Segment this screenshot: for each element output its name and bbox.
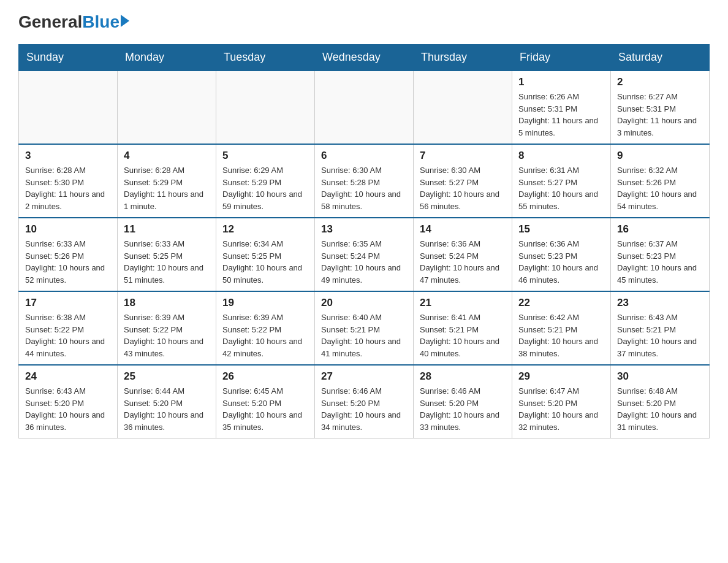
calendar-cell (19, 71, 118, 144)
weekday-header-sunday: Sunday (19, 45, 118, 71)
day-info: Sunrise: 6:32 AMSunset: 5:26 PMDaylight:… (617, 164, 703, 212)
day-info: Sunrise: 6:36 AMSunset: 5:23 PMDaylight:… (518, 238, 604, 286)
calendar-cell (118, 71, 216, 144)
day-info: Sunrise: 6:36 AMSunset: 5:24 PMDaylight:… (420, 238, 506, 286)
weekday-header-friday: Friday (512, 45, 611, 71)
logo-general: General (18, 12, 82, 32)
day-info: Sunrise: 6:30 AMSunset: 5:27 PMDaylight:… (420, 164, 506, 212)
logo-arrow-icon (121, 15, 129, 27)
week-row-1: 1Sunrise: 6:26 AMSunset: 5:31 PMDaylight… (19, 71, 710, 144)
day-number: 27 (321, 370, 407, 383)
day-number: 19 (222, 297, 308, 309)
weekday-header-saturday: Saturday (611, 45, 710, 71)
day-info: Sunrise: 6:33 AMSunset: 5:25 PMDaylight:… (124, 238, 210, 286)
calendar-table: SundayMondayTuesdayWednesdayThursdayFrid… (18, 44, 710, 439)
day-number: 7 (420, 150, 506, 162)
day-info: Sunrise: 6:37 AMSunset: 5:23 PMDaylight:… (617, 238, 703, 286)
calendar-cell: 4Sunrise: 6:28 AMSunset: 5:29 PMDaylight… (118, 144, 216, 218)
calendar-cell (216, 71, 315, 144)
calendar-cell: 16Sunrise: 6:37 AMSunset: 5:23 PMDayligh… (611, 218, 710, 291)
week-row-2: 3Sunrise: 6:28 AMSunset: 5:30 PMDaylight… (19, 144, 710, 218)
week-row-3: 10Sunrise: 6:33 AMSunset: 5:26 PMDayligh… (19, 218, 710, 291)
calendar-cell: 11Sunrise: 6:33 AMSunset: 5:25 PMDayligh… (118, 218, 216, 291)
day-info: Sunrise: 6:39 AMSunset: 5:22 PMDaylight:… (222, 312, 308, 359)
page-header: General Blue Blue (18, 12, 710, 32)
day-info: Sunrise: 6:29 AMSunset: 5:29 PMDaylight:… (222, 164, 308, 212)
calendar-cell: 5Sunrise: 6:29 AMSunset: 5:29 PMDaylight… (216, 144, 315, 218)
calendar-cell (414, 71, 512, 144)
calendar-cell: 14Sunrise: 6:36 AMSunset: 5:24 PMDayligh… (414, 218, 512, 291)
day-number: 10 (25, 223, 111, 236)
calendar-cell: 23Sunrise: 6:43 AMSunset: 5:21 PMDayligh… (611, 291, 710, 365)
day-info: Sunrise: 6:44 AMSunset: 5:20 PMDaylight:… (124, 385, 210, 433)
day-info: Sunrise: 6:30 AMSunset: 5:28 PMDaylight:… (321, 164, 407, 212)
day-number: 20 (321, 297, 407, 309)
day-number: 22 (518, 297, 604, 309)
calendar-cell: 2Sunrise: 6:27 AMSunset: 5:31 PMDaylight… (611, 71, 710, 144)
calendar-cell: 28Sunrise: 6:46 AMSunset: 5:20 PMDayligh… (414, 365, 512, 439)
day-number: 29 (518, 370, 604, 383)
calendar-cell: 13Sunrise: 6:35 AMSunset: 5:24 PMDayligh… (315, 218, 414, 291)
day-number: 26 (222, 370, 308, 383)
day-number: 13 (321, 223, 407, 236)
calendar-cell: 21Sunrise: 6:41 AMSunset: 5:21 PMDayligh… (414, 291, 512, 365)
day-info: Sunrise: 6:42 AMSunset: 5:21 PMDaylight:… (518, 312, 604, 359)
calendar-cell: 1Sunrise: 6:26 AMSunset: 5:31 PMDaylight… (512, 71, 611, 144)
day-number: 30 (617, 370, 703, 383)
calendar-cell: 12Sunrise: 6:34 AMSunset: 5:25 PMDayligh… (216, 218, 315, 291)
day-info: Sunrise: 6:35 AMSunset: 5:24 PMDaylight:… (321, 238, 407, 286)
weekday-header-thursday: Thursday (414, 45, 512, 71)
calendar-cell (315, 71, 414, 144)
day-number: 3 (25, 150, 111, 162)
day-number: 6 (321, 150, 407, 162)
day-info: Sunrise: 6:43 AMSunset: 5:20 PMDaylight:… (25, 385, 111, 433)
logo-blue-text: Blue (82, 12, 119, 32)
calendar-cell: 29Sunrise: 6:47 AMSunset: 5:20 PMDayligh… (512, 365, 611, 439)
day-info: Sunrise: 6:38 AMSunset: 5:22 PMDaylight:… (25, 312, 111, 359)
day-number: 23 (617, 297, 703, 309)
calendar-cell: 30Sunrise: 6:48 AMSunset: 5:20 PMDayligh… (611, 365, 710, 439)
calendar-cell: 3Sunrise: 6:28 AMSunset: 5:30 PMDaylight… (19, 144, 118, 218)
weekday-header-tuesday: Tuesday (216, 45, 315, 71)
day-number: 1 (518, 76, 604, 88)
calendar-cell: 26Sunrise: 6:45 AMSunset: 5:20 PMDayligh… (216, 365, 315, 439)
day-info: Sunrise: 6:26 AMSunset: 5:31 PMDaylight:… (518, 91, 604, 139)
calendar-cell: 20Sunrise: 6:40 AMSunset: 5:21 PMDayligh… (315, 291, 414, 365)
week-row-4: 17Sunrise: 6:38 AMSunset: 5:22 PMDayligh… (19, 291, 710, 365)
day-info: Sunrise: 6:31 AMSunset: 5:27 PMDaylight:… (518, 164, 604, 212)
day-info: Sunrise: 6:45 AMSunset: 5:20 PMDaylight:… (222, 385, 308, 433)
day-number: 8 (518, 150, 604, 162)
calendar-cell: 17Sunrise: 6:38 AMSunset: 5:22 PMDayligh… (19, 291, 118, 365)
day-number: 25 (124, 370, 210, 383)
calendar-cell: 24Sunrise: 6:43 AMSunset: 5:20 PMDayligh… (19, 365, 118, 439)
day-info: Sunrise: 6:41 AMSunset: 5:21 PMDaylight:… (420, 312, 506, 359)
day-number: 9 (617, 150, 703, 162)
day-number: 11 (124, 223, 210, 236)
day-number: 14 (420, 223, 506, 236)
calendar-cell: 9Sunrise: 6:32 AMSunset: 5:26 PMDaylight… (611, 144, 710, 218)
day-number: 18 (124, 297, 210, 309)
day-info: Sunrise: 6:34 AMSunset: 5:25 PMDaylight:… (222, 238, 308, 286)
calendar-cell: 6Sunrise: 6:30 AMSunset: 5:28 PMDaylight… (315, 144, 414, 218)
day-info: Sunrise: 6:40 AMSunset: 5:21 PMDaylight:… (321, 312, 407, 359)
day-number: 5 (222, 150, 308, 162)
weekday-header-row: SundayMondayTuesdayWednesdayThursdayFrid… (19, 45, 710, 71)
week-row-5: 24Sunrise: 6:43 AMSunset: 5:20 PMDayligh… (19, 365, 710, 439)
logo: General Blue Blue (18, 12, 129, 32)
day-info: Sunrise: 6:28 AMSunset: 5:30 PMDaylight:… (25, 164, 111, 212)
calendar-cell: 18Sunrise: 6:39 AMSunset: 5:22 PMDayligh… (118, 291, 216, 365)
day-number: 12 (222, 223, 308, 236)
day-info: Sunrise: 6:46 AMSunset: 5:20 PMDaylight:… (321, 385, 407, 433)
calendar-cell: 27Sunrise: 6:46 AMSunset: 5:20 PMDayligh… (315, 365, 414, 439)
day-info: Sunrise: 6:43 AMSunset: 5:21 PMDaylight:… (617, 312, 703, 359)
calendar-cell: 19Sunrise: 6:39 AMSunset: 5:22 PMDayligh… (216, 291, 315, 365)
day-number: 15 (518, 223, 604, 236)
day-info: Sunrise: 6:28 AMSunset: 5:29 PMDaylight:… (124, 164, 210, 212)
day-number: 21 (420, 297, 506, 309)
day-info: Sunrise: 6:27 AMSunset: 5:31 PMDaylight:… (617, 91, 703, 139)
day-number: 4 (124, 150, 210, 162)
weekday-header-monday: Monday (118, 45, 216, 71)
day-info: Sunrise: 6:39 AMSunset: 5:22 PMDaylight:… (124, 312, 210, 359)
calendar-cell: 8Sunrise: 6:31 AMSunset: 5:27 PMDaylight… (512, 144, 611, 218)
day-info: Sunrise: 6:46 AMSunset: 5:20 PMDaylight:… (420, 385, 506, 433)
